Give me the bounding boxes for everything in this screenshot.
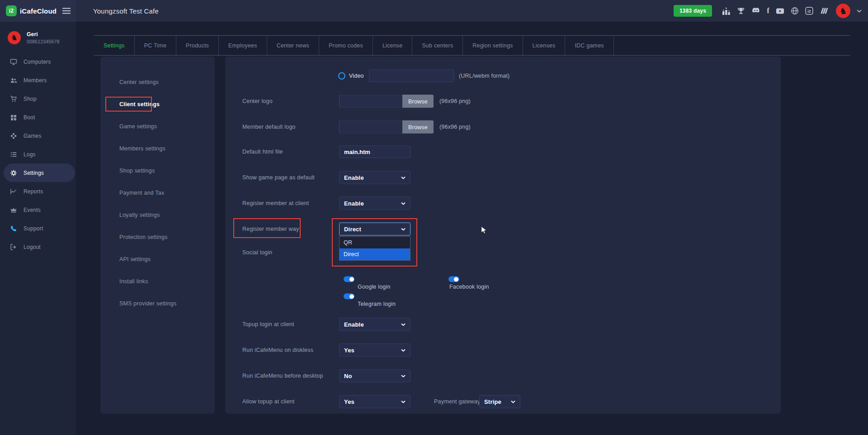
video-hint: (URL/webm format) xyxy=(459,73,509,79)
payment-gateway-label: Payment gateway xyxy=(434,398,480,405)
sidebar-item-label: Settings xyxy=(24,170,44,176)
sidebar-avatar[interactable]: ♞ xyxy=(8,31,21,44)
sidebar-item-label: Logs xyxy=(24,151,36,158)
settings-nav-members-settings[interactable]: Members settings xyxy=(100,137,215,159)
settings-nav-payment-and-tax[interactable]: Payment and Tax xyxy=(100,182,215,204)
chevron-down-icon xyxy=(401,176,406,179)
chevron-down-icon xyxy=(401,202,406,205)
sidebar-item-label: Support xyxy=(24,225,43,232)
phone-icon xyxy=(10,225,17,232)
sidebar-item-boot[interactable]: Boot xyxy=(0,108,76,126)
center-logo-file-input[interactable] xyxy=(339,95,402,108)
settings-nav-client-settings[interactable]: Client settings xyxy=(100,93,215,115)
globe-icon[interactable] xyxy=(791,7,799,15)
crown-icon xyxy=(10,206,17,214)
register-member-select[interactable]: Enable xyxy=(339,197,410,210)
sidebar-item-members[interactable]: Members xyxy=(0,71,76,89)
default-html-input[interactable] xyxy=(339,145,410,158)
sidebar-item-label: Logout xyxy=(24,244,41,250)
center-logo-browse-button[interactable]: Browse xyxy=(402,95,434,108)
tab-sub-centers[interactable]: Sub centers xyxy=(412,36,463,55)
tab-region-settings[interactable]: Region settings xyxy=(463,36,523,55)
gear-icon xyxy=(10,169,17,177)
header: i2 iCafeCloud Youngzsoft Test Cafe 1383 … xyxy=(0,0,868,22)
tab-promo-codes[interactable]: Promo codes xyxy=(319,36,373,55)
allow-topup-label: Allow topup at client xyxy=(242,398,294,405)
sidebar-item-support[interactable]: Support xyxy=(0,219,76,238)
before-desktop-select[interactable]: No xyxy=(339,370,410,383)
tab-employees[interactable]: Employees xyxy=(219,36,267,55)
ranking-icon[interactable] xyxy=(722,7,731,15)
google-login-label: Google login xyxy=(358,284,391,290)
facebook-login-label: Facebook login xyxy=(449,284,489,290)
sidebar-item-label: Games xyxy=(24,133,42,139)
chart-icon xyxy=(10,188,17,195)
projects-icon[interactable] xyxy=(820,7,830,14)
telegram-login-toggle[interactable] xyxy=(344,294,354,299)
settings-nav-center-settings[interactable]: Center settings xyxy=(100,71,215,93)
page-title: Youngzsoft Test Cafe xyxy=(93,7,159,15)
tab-pc-time[interactable]: PC Time xyxy=(135,36,176,55)
tab-settings[interactable]: Settings xyxy=(94,36,135,55)
sidebar-item-events[interactable]: Events xyxy=(0,201,76,219)
tab-products[interactable]: Products xyxy=(176,36,219,55)
chevron-down-icon xyxy=(401,228,406,230)
settings-nav-install-links[interactable]: Install links xyxy=(100,270,215,292)
sidebar: ♞ Geri 008612345678 Computers Members Sh… xyxy=(0,22,76,435)
brand-area: i2 iCafeCloud xyxy=(0,0,76,22)
register-way-option-direct[interactable]: Direct xyxy=(340,248,410,260)
tab-idc-games[interactable]: IDC games xyxy=(565,36,613,55)
video-radio[interactable] xyxy=(338,72,345,80)
monitor-icon xyxy=(10,58,17,65)
chevron-down-icon[interactable] xyxy=(857,9,862,13)
hamburger-icon[interactable] xyxy=(62,8,71,14)
list-icon xyxy=(10,151,17,158)
video-url-input[interactable] xyxy=(369,70,454,82)
register-member-label: Register member at client xyxy=(242,200,309,206)
diskless-label: Run iCafeMenu on diskless xyxy=(242,347,313,353)
sidebar-item-logs[interactable]: Logs xyxy=(0,145,76,164)
sidebar-item-shop[interactable]: Shop xyxy=(0,89,76,108)
sidebar-item-computers[interactable]: Computers xyxy=(0,52,76,71)
settings-nav-sms-provider-settings[interactable]: SMS provider settings xyxy=(100,292,215,314)
diskless-select[interactable]: Yes xyxy=(339,344,410,357)
member-logo-browse-button[interactable]: Browse xyxy=(402,121,434,134)
settings-nav-protection-settings[interactable]: Protection settings xyxy=(100,226,215,248)
icafecloud-logo-icon[interactable]: i2 xyxy=(6,5,17,16)
settings-nav-shop-settings[interactable]: Shop settings xyxy=(100,159,215,182)
register-way-option-qr[interactable]: QR xyxy=(340,237,410,248)
settings-nav-loyalty-settings[interactable]: Loyalty settings xyxy=(100,204,215,226)
chevron-down-icon xyxy=(511,400,515,403)
discord-icon[interactable] xyxy=(751,7,760,14)
sidebar-item-reports[interactable]: Reports xyxy=(0,182,76,201)
settings-nav-api-settings[interactable]: API settings xyxy=(100,248,215,270)
google-login-toggle[interactable] xyxy=(344,276,354,282)
sidebar-item-logout[interactable]: Logout xyxy=(0,238,76,256)
main-content: Settings PC Time Products Employees Cent… xyxy=(76,22,868,435)
facebook-login-toggle[interactable] xyxy=(448,276,459,282)
sidebar-menu: Computers Members Shop Boot Games Logs S… xyxy=(0,52,76,256)
topup-login-select[interactable]: Enable xyxy=(339,318,410,331)
gamepad-icon xyxy=(10,132,17,140)
show-game-page-select[interactable]: Enable xyxy=(339,171,410,184)
days-badge[interactable]: 1383 days xyxy=(674,5,712,17)
tab-license[interactable]: License xyxy=(373,36,413,55)
sidebar-item-settings[interactable]: Settings xyxy=(4,164,75,182)
tab-licenses[interactable]: Licenses xyxy=(523,36,566,55)
tab-center-news[interactable]: Center news xyxy=(267,36,319,55)
icafe-icon[interactable]: i2 xyxy=(805,7,813,15)
youtube-icon[interactable] xyxy=(776,8,784,14)
trophy-icon[interactable] xyxy=(737,7,745,15)
facebook-icon[interactable]: f xyxy=(767,6,769,15)
register-way-label: Register member way xyxy=(242,226,299,232)
sidebar-item-games[interactable]: Games xyxy=(0,126,76,145)
member-logo-file-input[interactable] xyxy=(339,121,402,134)
chevron-down-icon xyxy=(401,374,406,377)
register-way-select[interactable]: Direct xyxy=(339,223,410,236)
payment-gateway-select[interactable]: Stripe xyxy=(479,395,520,408)
user-avatar[interactable]: ♞ xyxy=(836,4,850,18)
telegram-login-label: Telegram login xyxy=(358,301,396,307)
sidebar-item-label: Events xyxy=(24,207,41,213)
allow-topup-select[interactable]: Yes xyxy=(339,395,410,408)
settings-nav-game-settings[interactable]: Game settings xyxy=(100,115,215,137)
